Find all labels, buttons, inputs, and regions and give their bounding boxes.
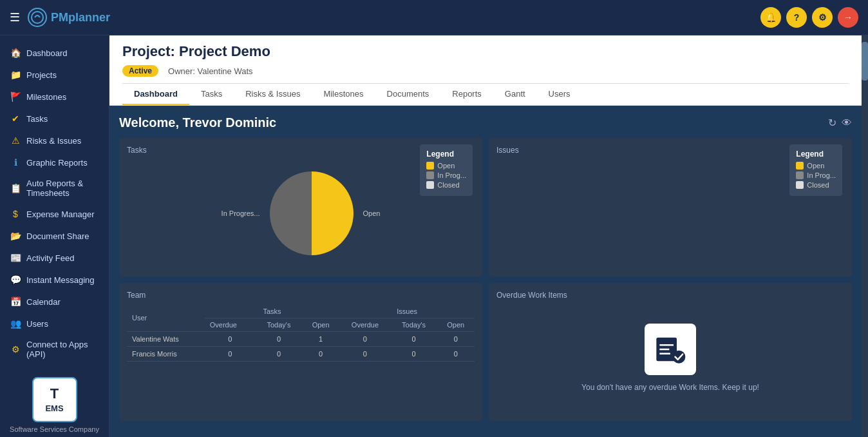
auto-reports-icon: 📋 <box>10 182 21 194</box>
t-overdue-1: 0 <box>205 331 256 346</box>
tems-ems: EMS <box>45 403 63 413</box>
projects-icon: 📁 <box>10 69 21 81</box>
sidebar-item-dashboard[interactable]: 🏠 Dashboard <box>0 42 109 64</box>
sidebar-label-activity: Activity Feed <box>26 253 74 263</box>
welcome-text: Welcome, Trevor Dominic <box>119 115 276 130</box>
dashboard-content: Welcome, Trevor Dominic ↻ 👁 Tasks Legend… <box>109 106 862 437</box>
overdue-panel-title: Overdue Work Items <box>496 291 844 300</box>
t-todays-2: 0 <box>256 346 302 361</box>
sidebar-item-auto-reports[interactable]: 📋 Auto Reports & Timesheets <box>0 173 109 203</box>
t-open-2: 0 <box>302 346 339 361</box>
header-right: 🔔 ? ⚙ → <box>760 7 858 28</box>
sidebar-label-expense: Expense Manager <box>26 209 95 219</box>
tabs: Dashboard Tasks Risks & Issues Milestone… <box>122 83 849 105</box>
checklist-svg <box>654 333 686 365</box>
i-todays-2: 0 <box>391 346 437 361</box>
i-open-1: 0 <box>437 331 475 346</box>
i-overdue-1: 0 <box>339 331 390 346</box>
panels-grid: Tasks Legend Open In Prog... <box>119 138 852 421</box>
tasks-legend-title: Legend <box>426 150 466 159</box>
tems-logo: T EMS <box>32 377 77 422</box>
help-button[interactable]: ? <box>786 7 807 28</box>
table-row: Francis Morris 0 0 0 0 0 0 <box>127 346 475 361</box>
owner-text: Owner: Valentine Wats <box>168 66 253 76</box>
tasks-icon: ✔ <box>10 113 21 124</box>
sidebar-item-users[interactable]: 👥 Users <box>0 313 109 335</box>
calendar-icon: 📅 <box>10 296 21 307</box>
team-panel-title: Team <box>127 291 475 300</box>
sidebar-item-graphic-reports[interactable]: ℹ Graphic Reports <box>0 151 109 173</box>
refresh-button[interactable]: ↻ <box>828 117 836 129</box>
main-container: 🏠 Dashboard 📁 Projects 🚩 Milestones ✔ Ta… <box>0 35 868 437</box>
activity-icon: 📰 <box>10 252 21 264</box>
header-left: ☰ PMplanner <box>10 8 110 27</box>
overdue-content: You don't have any overdue Work Items. K… <box>496 305 844 412</box>
tab-users[interactable]: Users <box>537 84 582 105</box>
sidebar-label-risks: Risks & Issues <box>26 136 81 146</box>
tab-gantt[interactable]: Gantt <box>493 84 537 105</box>
tab-tasks[interactable]: Tasks <box>189 84 234 105</box>
sidebar-item-messaging[interactable]: 💬 Instant Messaging <box>0 269 109 291</box>
sidebar-item-activity[interactable]: 📰 Activity Feed <box>0 247 109 269</box>
sidebar-label-milestones: Milestones <box>26 92 66 102</box>
sidebar-item-tasks[interactable]: ✔ Tasks <box>0 108 109 130</box>
welcome-icons: ↻ 👁 <box>828 117 852 129</box>
issues-panel: Issues Legend Open In Prog... <box>489 138 852 277</box>
sidebar-item-calendar[interactable]: 📅 Calendar <box>0 291 109 313</box>
scrollbar[interactable] <box>862 35 868 437</box>
status-badge: Active <box>122 65 158 77</box>
settings-button[interactable]: ⚙ <box>812 7 833 28</box>
logo-text: PMplanner <box>51 11 110 24</box>
issues-legend-inprogress: In Prog... <box>796 171 836 179</box>
sidebar-item-risks[interactable]: ⚠ Risks & Issues <box>0 130 109 151</box>
company-name: Software Services Company <box>6 425 102 433</box>
svg-point-0 <box>32 12 43 23</box>
issues-legend-inprogress-color <box>796 171 804 179</box>
tab-milestones[interactable]: Milestones <box>312 84 375 105</box>
overdue-icon <box>645 324 696 375</box>
tab-documents[interactable]: Documents <box>375 84 441 105</box>
bell-button[interactable]: 🔔 <box>760 7 781 28</box>
col-i-open: Open <box>437 318 475 331</box>
sidebar-item-api[interactable]: ⚙ Connect to Apps (API) <box>0 335 109 364</box>
col-t-open: Open <box>302 318 339 331</box>
tab-reports[interactable]: Reports <box>440 84 493 105</box>
logout-button[interactable]: → <box>838 7 858 28</box>
col-issues-group: Issues <box>339 305 475 318</box>
hide-button[interactable]: 👁 <box>842 117 852 129</box>
label-inprogress: In Progres... <box>222 209 260 217</box>
col-t-overdue: Overdue <box>205 318 256 331</box>
sidebar-label-users: Users <box>26 319 48 329</box>
sidebar-label-auto-reports: Auto Reports & Timesheets <box>26 179 99 198</box>
pie-container: In Progres... Open <box>127 160 475 267</box>
tab-dashboard[interactable]: Dashboard <box>122 84 189 105</box>
documents-icon: 📂 <box>10 230 21 242</box>
sidebar-item-milestones[interactable]: 🚩 Milestones <box>0 86 109 108</box>
welcome-bar: Welcome, Trevor Dominic ↻ 👁 <box>119 115 852 130</box>
col-i-overdue: Overdue <box>339 318 390 331</box>
expense-icon: $ <box>10 208 21 220</box>
user-name-1: Valentine Wats <box>127 331 205 346</box>
tab-risks-issues[interactable]: Risks & Issues <box>234 84 312 105</box>
messaging-icon: 💬 <box>10 274 21 286</box>
pie-wrapper: In Progres... Open <box>222 168 381 258</box>
sidebar-label-dashboard: Dashboard <box>26 48 68 58</box>
label-open: Open <box>363 209 381 217</box>
sidebar-label-calendar: Calendar <box>26 297 61 307</box>
sidebar-item-expense[interactable]: $ Expense Manager <box>0 203 109 225</box>
content-area: Project: Project Demo Active Owner: Vale… <box>109 35 862 437</box>
api-icon: ⚙ <box>10 344 21 355</box>
issues-legend-open-color <box>796 162 804 170</box>
risks-icon: ⚠ <box>10 135 21 146</box>
sidebar-item-projects[interactable]: 📁 Projects <box>0 64 109 86</box>
menu-icon[interactable]: ☰ <box>10 10 20 24</box>
sidebar-label-documents: Document Share <box>26 231 90 241</box>
pie-chart-svg <box>267 168 357 258</box>
team-table: User Tasks Issues Overdue Today's Open O… <box>127 305 475 362</box>
logo-icon <box>28 8 47 27</box>
sidebar-label-projects: Projects <box>26 70 57 80</box>
user-name-2: Francis Morris <box>127 346 205 361</box>
sidebar-item-documents[interactable]: 📂 Document Share <box>0 225 109 247</box>
overdue-panel: Overdue Work Items <box>489 283 852 422</box>
tasks-panel: Tasks Legend Open In Prog... <box>119 138 482 277</box>
